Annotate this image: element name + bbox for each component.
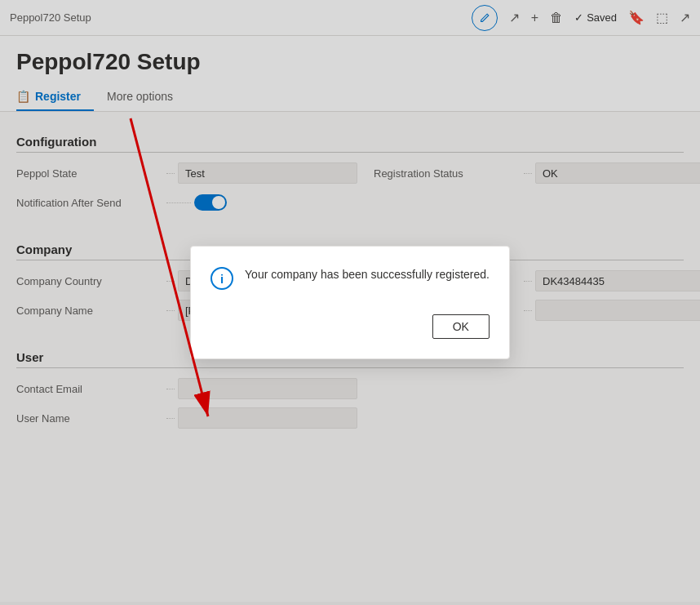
- dialog-body: i Your company has been successfully reg…: [210, 266, 490, 290]
- success-dialog: i Your company has been successfully reg…: [190, 246, 510, 359]
- info-icon: i: [210, 267, 233, 290]
- dialog-footer: OK: [210, 314, 490, 339]
- dialog-message: Your company has been successfully regis…: [245, 266, 490, 283]
- ok-button[interactable]: OK: [432, 314, 490, 339]
- modal-overlay: i Your company has been successfully reg…: [0, 0, 700, 605]
